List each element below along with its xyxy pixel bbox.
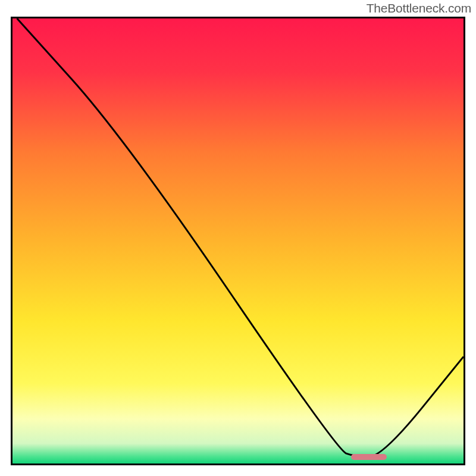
watermark-text: TheBottleneck.com [367,1,471,15]
bottleneck-curve-path [17,18,464,457]
optimal-range-marker [351,454,387,460]
root: TheBottleneck.com [0,0,476,476]
chart-frame [11,17,465,465]
bottleneck-curve-svg [12,18,464,464]
